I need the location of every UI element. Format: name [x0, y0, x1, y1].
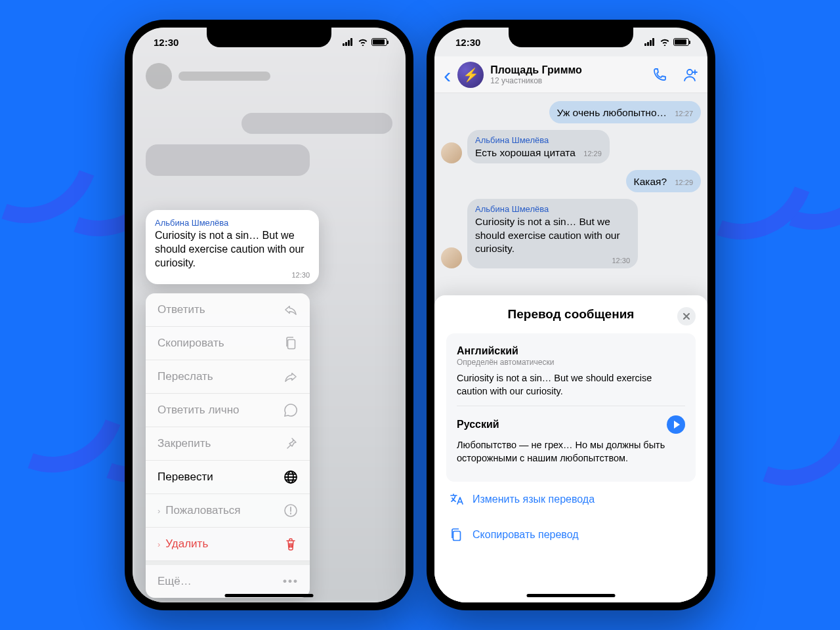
message-out[interactable]: Уж очень любопытно… 12:27	[549, 101, 701, 123]
warning-icon	[284, 503, 298, 518]
translation-card: Английский Определён автоматически Curio…	[446, 333, 696, 482]
target-text: Любопытство — не грех… Но мы должны быть…	[457, 439, 685, 465]
wifi-icon	[660, 38, 670, 46]
battery-icon	[371, 38, 387, 46]
message-sender: Альбина Шмелёва	[475, 204, 630, 214]
forward-icon	[284, 369, 298, 384]
change-language-button[interactable]: Изменить язык перевода	[446, 482, 696, 517]
translate-icon	[449, 492, 463, 507]
blurred-header	[133, 56, 406, 96]
chat-avatar[interactable]: ⚡	[457, 62, 484, 88]
signal-icon	[343, 38, 354, 46]
menu-label: Переслать	[158, 370, 213, 383]
chat-icon	[284, 403, 298, 417]
message-row: Альбина Шмелёва Curiosity is not a sin… …	[441, 199, 701, 268]
message-text: Уж очень любопытно…	[557, 107, 667, 118]
chevron-right-icon: ›	[158, 506, 160, 516]
chat-subtitle: 12 участников	[490, 76, 639, 85]
message-row: Какая? 12:29	[441, 170, 701, 192]
call-button[interactable]	[652, 67, 668, 83]
status-icons	[343, 38, 387, 46]
copy-translation-button[interactable]: Скопировать перевод	[446, 517, 696, 553]
home-indicator	[527, 594, 616, 597]
message-row: Альбина Шмелёва Есть хорошая цитата 12:2…	[441, 130, 701, 163]
trash-icon	[284, 537, 298, 551]
add-user-button[interactable]	[681, 67, 698, 83]
action-label: Изменить язык перевода	[472, 494, 595, 505]
back-button[interactable]: ‹	[444, 64, 451, 86]
reply-icon	[284, 303, 298, 317]
chat-header: ‹ ⚡ Площадь Гриммо 12 участников	[434, 56, 707, 93]
status-time: 12:30	[154, 37, 178, 48]
play-button[interactable]	[667, 415, 685, 434]
menu-label: Закрепить	[158, 437, 211, 450]
target-language: Русский	[457, 419, 499, 430]
bg-decor	[0, 55, 122, 247]
more-icon: •••	[284, 574, 298, 589]
bg-decor	[0, 521, 122, 630]
chevron-right-icon: ›	[158, 539, 160, 549]
translation-sheet: Перевод сообщения Английский Определён а…	[434, 295, 707, 602]
sender-avatar[interactable]	[441, 247, 462, 268]
status-icons	[644, 38, 689, 46]
blurred-messages	[133, 113, 406, 176]
menu-forward[interactable]: Переслать	[146, 360, 310, 394]
menu-label: Ответить	[158, 303, 205, 316]
message-context-menu: Ответить Скопировать Переслать	[146, 293, 310, 598]
message-row: Уж очень любопытно… 12:27	[441, 101, 701, 123]
bg-decor	[711, 524, 840, 630]
close-button[interactable]	[677, 307, 696, 326]
chat-title: Площадь Гриммо	[490, 64, 639, 76]
home-indicator	[225, 594, 314, 597]
message-text: Есть хорошая цитата	[475, 147, 576, 158]
message-time: 12:29	[675, 178, 693, 186]
status-time: 12:30	[455, 37, 480, 48]
copy-icon	[284, 336, 298, 350]
message-time: 12:30	[155, 271, 310, 279]
bg-decor	[718, 62, 840, 253]
message-time: 12:27	[675, 110, 693, 117]
sheet-title: Перевод сообщения	[508, 307, 635, 322]
svg-point-4	[687, 70, 692, 75]
source-language-block: Английский Определён автоматически Curio…	[457, 343, 685, 406]
menu-reply[interactable]: Ответить	[146, 293, 310, 327]
notch	[207, 28, 331, 47]
menu-delete[interactable]: ›Удалить	[146, 528, 310, 561]
message-sender: Альбина Шмелёва	[475, 135, 602, 145]
menu-pin[interactable]: Закрепить	[146, 427, 310, 461]
menu-report[interactable]: ›Пожаловаться	[146, 494, 310, 528]
menu-label: Скопировать	[158, 337, 224, 350]
message-time: 12:30	[475, 257, 630, 264]
svg-rect-0	[288, 340, 295, 349]
menu-label: Удалить	[165, 537, 208, 551]
source-language: Английский	[457, 345, 685, 357]
message-in[interactable]: Альбина Шмелёва Curiosity is not a sin… …	[467, 199, 638, 268]
message-text: Curiosity is not a sin… But we should ex…	[155, 229, 310, 270]
menu-more[interactable]: Ещё… •••	[146, 561, 310, 598]
menu-label: Пожаловаться	[165, 504, 240, 517]
sender-avatar[interactable]	[441, 142, 462, 163]
menu-label: Ответить лично	[158, 404, 240, 417]
phone-left: 12:30 Альбина Шмелёва Curiosity is not a…	[125, 20, 413, 610]
copy-icon	[449, 528, 463, 542]
chat-title-block[interactable]: Площадь Гриммо 12 участников	[490, 64, 639, 85]
selected-message: Альбина Шмелёва Curiosity is not a sin… …	[146, 210, 319, 284]
globe-icon	[284, 470, 298, 484]
message-text: Какая?	[634, 176, 667, 187]
menu-translate[interactable]: Перевести	[146, 461, 310, 494]
target-language-block: Русский Любопытство — не грех… Но мы дол…	[457, 406, 685, 472]
signal-icon	[644, 38, 656, 46]
battery-icon	[673, 38, 689, 46]
wifi-icon	[358, 38, 368, 46]
pin-icon	[284, 436, 298, 451]
notch	[509, 28, 633, 47]
menu-copy[interactable]: Скопировать	[146, 327, 310, 360]
menu-reply-privately[interactable]: Ответить лично	[146, 394, 310, 427]
menu-label: Ещё…	[158, 575, 192, 588]
message-out[interactable]: Какая? 12:29	[626, 170, 701, 192]
message-in[interactable]: Альбина Шмелёва Есть хорошая цитата 12:2…	[467, 130, 610, 163]
phone-right: 12:30 ‹ ⚡ Площадь Гриммо 12 участников	[427, 20, 715, 610]
message-sender: Альбина Шмелёва	[155, 218, 310, 228]
menu-label: Перевести	[158, 471, 213, 484]
source-text: Curiosity is not a sin… But we should ex…	[457, 372, 685, 398]
